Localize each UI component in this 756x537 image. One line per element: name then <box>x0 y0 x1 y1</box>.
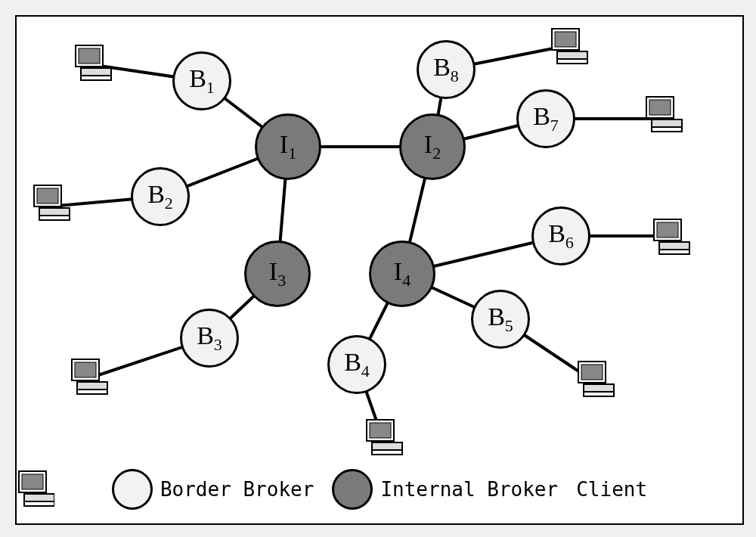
svg-rect-7 <box>24 501 54 506</box>
node-label: B1 <box>189 64 215 98</box>
legend-label-client: Client <box>576 478 647 501</box>
node-i1: I1 <box>255 113 321 180</box>
node-b8: B8 <box>417 40 476 99</box>
client-icon <box>17 469 54 507</box>
node-label: B8 <box>433 53 459 86</box>
node-i3: I3 <box>244 241 311 307</box>
node-label: B3 <box>197 321 222 355</box>
node-label: I4 <box>394 257 411 290</box>
node-label: B4 <box>344 348 370 381</box>
svg-rect-6 <box>24 494 54 501</box>
node-b4: B4 <box>327 335 386 394</box>
node-b5: B5 <box>471 290 530 349</box>
node-label: I2 <box>424 130 441 163</box>
node-b6: B6 <box>531 206 590 265</box>
client-icon-b3 <box>72 359 107 394</box>
node-label: B5 <box>488 303 513 336</box>
client-icon-b2 <box>34 185 70 220</box>
client-icon-b5 <box>578 362 614 396</box>
node-label: I1 <box>280 130 296 163</box>
node-b7: B7 <box>516 89 575 148</box>
node-i4: I4 <box>369 241 435 307</box>
node-b1: B1 <box>172 51 231 110</box>
node-label: B2 <box>147 180 173 213</box>
node-label: B6 <box>548 219 574 253</box>
diagram-canvas: I1 I2 I3 I4 B1 B2 B3 B4 B5 B6 B7 B8 Bord… <box>15 15 744 525</box>
client-icon-b4 <box>367 420 402 455</box>
node-b3: B3 <box>180 309 239 368</box>
node-i2: I2 <box>399 113 466 180</box>
client-icon-b6 <box>654 219 689 254</box>
legend-label-internal: Internal Broker <box>380 478 558 501</box>
node-b2: B2 <box>131 167 190 226</box>
client-icon-b1 <box>76 45 111 80</box>
legend-item-internal: Internal Broker <box>332 469 558 510</box>
node-label: B7 <box>533 102 559 135</box>
legend-item-client: Client <box>576 478 647 501</box>
svg-rect-5 <box>22 474 43 489</box>
border-broker-icon <box>112 469 153 510</box>
client-icon-b7 <box>646 97 682 132</box>
legend-label-border: Border Broker <box>160 478 314 501</box>
legend: Border Broker Internal Broker Client <box>17 469 742 510</box>
client-icon-b8 <box>552 29 587 64</box>
internal-broker-icon <box>332 469 373 510</box>
node-label: I3 <box>269 257 286 290</box>
legend-item-border: Border Broker <box>112 469 314 510</box>
